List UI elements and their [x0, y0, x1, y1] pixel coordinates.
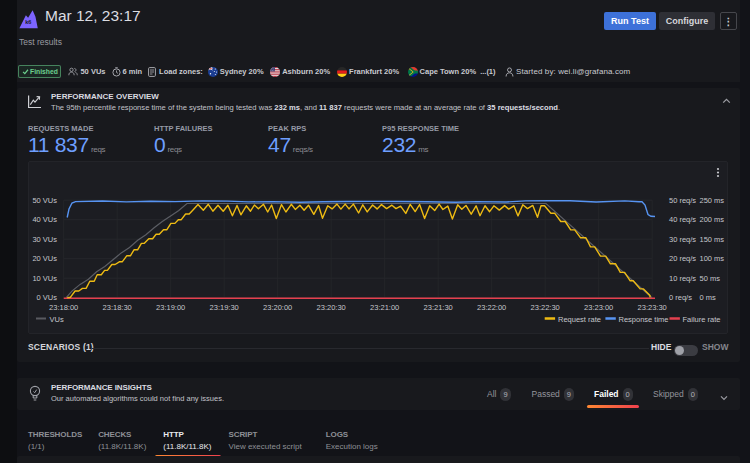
- svg-text:0 ms: 0 ms: [700, 293, 717, 302]
- svg-text:20 VUs: 20 VUs: [32, 254, 57, 263]
- svg-text:0 req/s: 0 req/s: [669, 293, 692, 302]
- svg-text:k6: k6: [25, 19, 31, 25]
- svg-text:150 ms: 150 ms: [700, 235, 725, 244]
- svg-text:Response time: Response time: [619, 315, 669, 324]
- svg-text:50 VUs: 50 VUs: [32, 196, 57, 205]
- svg-text:23:19:00: 23:19:00: [156, 303, 185, 312]
- svg-text:23:21:30: 23:21:30: [424, 303, 453, 312]
- svg-text:30 VUs: 30 VUs: [32, 235, 57, 244]
- svg-text:50 ms: 50 ms: [700, 274, 721, 283]
- svg-text:100 ms: 100 ms: [700, 254, 725, 263]
- svg-text:23:20:00: 23:20:00: [263, 303, 292, 312]
- svg-text:200 ms: 200 ms: [700, 215, 725, 224]
- svg-text:40 VUs: 40 VUs: [32, 215, 57, 224]
- svg-text:30 req/s: 30 req/s: [669, 235, 696, 244]
- svg-text:23:20:30: 23:20:30: [317, 303, 346, 312]
- svg-text:VUs: VUs: [50, 315, 64, 324]
- svg-text:40 req/s: 40 req/s: [669, 215, 696, 224]
- svg-text:23:18:30: 23:18:30: [103, 303, 132, 312]
- svg-text:23:23:30: 23:23:30: [638, 303, 667, 312]
- svg-text:10 VUs: 10 VUs: [32, 274, 57, 283]
- svg-text:23:21:00: 23:21:00: [370, 303, 399, 312]
- svg-text:250 ms: 250 ms: [700, 196, 725, 205]
- svg-text:23:22:00: 23:22:00: [477, 303, 506, 312]
- svg-text:23:23:00: 23:23:00: [584, 303, 613, 312]
- svg-text:Failure rate: Failure rate: [683, 315, 721, 324]
- svg-text:Request rate: Request rate: [558, 315, 601, 324]
- svg-text:10 req/s: 10 req/s: [669, 274, 696, 283]
- svg-text:50 req/s: 50 req/s: [669, 196, 696, 205]
- svg-text:0 VUs: 0 VUs: [37, 293, 58, 302]
- svg-text:20 req/s: 20 req/s: [669, 254, 696, 263]
- svg-text:23:19:30: 23:19:30: [210, 303, 239, 312]
- svg-text:23:22:30: 23:22:30: [531, 303, 560, 312]
- svg-text:23:18:00: 23:18:00: [49, 303, 78, 312]
